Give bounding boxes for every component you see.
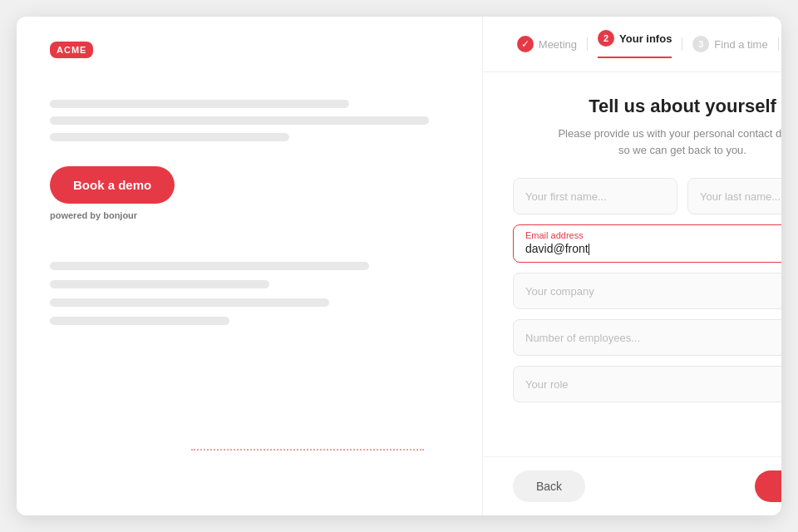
step-your-infos[interactable]: 2 Your infos: [598, 30, 672, 58]
form-area: Tell us about yourself Please provide us…: [483, 72, 781, 456]
step-number-3: 3: [692, 36, 709, 52]
left-panel: ACME Book a demo powered by bonjour: [17, 17, 482, 515]
form-subtitle: Please provide us with your personal con…: [513, 126, 781, 158]
skeleton-line-4: [50, 262, 369, 270]
company-wrapper: [513, 273, 781, 309]
first-name-input[interactable]: [513, 178, 677, 214]
skeleton-line-3: [50, 133, 289, 141]
skeleton-content: [50, 100, 449, 141]
powered-by: powered by bonjour: [50, 210, 449, 220]
email-label: Email address: [525, 230, 781, 240]
step-divider-3: [778, 37, 779, 51]
form-subtitle-line1: Please provide us with your personal con…: [558, 127, 781, 140]
role-input[interactable]: [513, 366, 781, 402]
company-input[interactable]: [513, 273, 781, 309]
back-button[interactable]: Back: [513, 470, 585, 502]
form-title: Tell us about yourself: [513, 96, 781, 117]
skeleton-line-7: [50, 317, 229, 325]
step-divider-2: [682, 37, 682, 51]
right-panel: ✓ Meeting 2 Your infos 3 Find a time 4 C…: [482, 17, 781, 515]
cursor: [589, 244, 589, 255]
role-wrapper: [513, 366, 781, 402]
step-your-infos-label: Your infos: [619, 32, 672, 45]
skeleton-bottom: [50, 262, 449, 325]
main-container: ACME Book a demo powered by bonjour ✓: [17, 17, 781, 515]
book-demo-button[interactable]: Book a demo: [50, 166, 175, 204]
powered-by-prefix: powered by: [50, 210, 103, 220]
step-number-2: 2: [598, 30, 614, 47]
step-divider-1: [587, 37, 588, 51]
last-name-input[interactable]: [687, 178, 781, 214]
email-value: david@front: [525, 242, 781, 255]
acme-logo: ACME: [50, 42, 93, 58]
employees-input[interactable]: [513, 319, 781, 356]
email-text: david@front: [525, 242, 589, 255]
step-check-icon: ✓: [517, 36, 534, 52]
step-find-a-time-label: Find a time: [714, 38, 767, 51]
step-meeting-label: Meeting: [539, 38, 577, 51]
step-find-a-time[interactable]: 3 Find a time: [692, 36, 767, 52]
dotted-line: [191, 449, 424, 451]
skeleton-line-6: [50, 298, 329, 307]
powered-by-brand: bonjour: [103, 210, 137, 220]
name-row: [513, 178, 781, 214]
skeleton-line-1: [50, 100, 349, 108]
skeleton-line-5: [50, 280, 269, 288]
skeleton-line-2: [50, 116, 429, 125]
step-meeting[interactable]: ✓ Meeting: [517, 36, 577, 52]
email-wrapper: Email address david@front: [513, 224, 781, 263]
validate-button[interactable]: Validate: [755, 470, 781, 502]
form-footer: Back Validate: [483, 456, 781, 515]
employees-wrapper: [513, 319, 781, 356]
form-subtitle-line2: so we can get back to you.: [618, 144, 746, 156]
steps-header: ✓ Meeting 2 Your infos 3 Find a time 4 C…: [483, 17, 781, 72]
